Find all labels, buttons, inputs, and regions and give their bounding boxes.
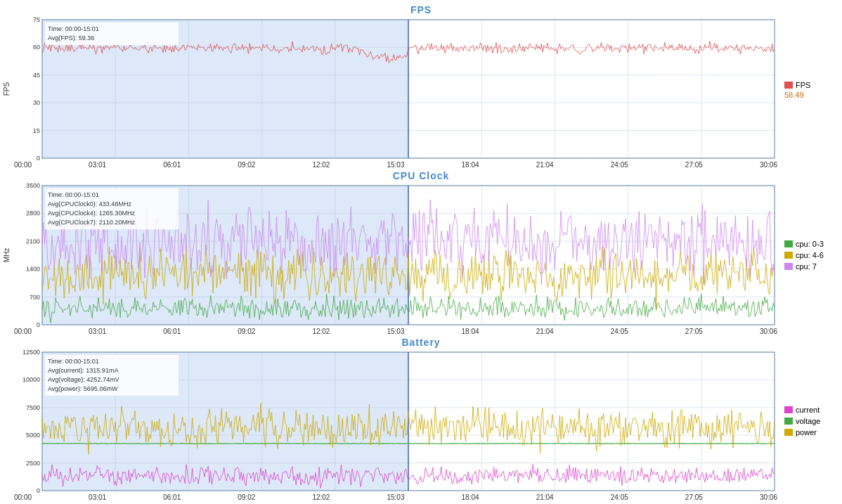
battery-chart-area: current voltage power	[0, 349, 842, 493]
fps-x-axis: 00:0003:0106:0109:0212:0215:0318:0421:04…	[13, 161, 779, 169]
battery-canvas-container	[13, 349, 779, 493]
battery-legend-item-1: voltage	[784, 417, 842, 425]
battery-x-axis: 00:0003:0106:0109:0212:0215:0318:0421:04…	[13, 493, 779, 501]
cpu-legend-item-2: cpu: 7	[784, 262, 842, 271]
cpu-x-axis: 00:0003:0106:0109:0212:0215:0318:0421:04…	[13, 328, 779, 335]
cpu-legend-item-0: cpu: 0-3	[784, 240, 842, 248]
cpu-section: CPU Clock MHz cpu: 0-3 cpu: 4-6 cpu: 7	[0, 169, 842, 335]
fps-legend-item: FPS	[784, 81, 842, 89]
cpu-canvas-container	[13, 183, 779, 327]
battery-legend-color-power	[784, 429, 793, 436]
cpu-legend-label-0: cpu: 0-3	[796, 240, 824, 248]
fps-legend-color	[784, 82, 793, 89]
cpu-title: CPU Clock	[0, 169, 842, 183]
battery-legend-item-0: current	[784, 406, 842, 414]
fps-x-labels: 00:0003:0106:0109:0212:0215:0318:0421:04…	[13, 161, 779, 169]
battery-canvas	[13, 349, 779, 493]
battery-legend: current voltage power	[779, 349, 842, 493]
battery-legend-color-voltage	[784, 418, 793, 425]
cpu-x-labels: 00:0003:0106:0109:0212:0215:0318:0421:04…	[13, 328, 779, 335]
battery-legend-label-voltage: voltage	[796, 417, 820, 425]
battery-legend-color-current	[784, 406, 793, 413]
fps-legend: FPS 58.49	[779, 17, 842, 161]
cpu-legend-item-1: cpu: 4-6	[784, 251, 842, 259]
battery-y-label	[0, 349, 13, 493]
cpu-canvas	[13, 183, 779, 327]
fps-title: FPS	[0, 3, 842, 17]
battery-legend-item-2: power	[784, 428, 842, 437]
cpu-legend-color-0	[784, 240, 793, 247]
battery-legend-label-power: power	[796, 428, 817, 437]
cpu-legend: cpu: 0-3 cpu: 4-6 cpu: 7	[779, 183, 842, 327]
cpu-legend-label-1: cpu: 4-6	[796, 251, 824, 259]
cpu-chart-area: MHz cpu: 0-3 cpu: 4-6 cpu: 7	[0, 183, 842, 327]
fps-legend-label: FPS	[796, 81, 810, 89]
battery-section: Battery current voltage power	[0, 335, 842, 501]
fps-section: FPS FPS FPS 58.49 00:0003:0106:0109:0212…	[0, 3, 842, 169]
cpu-legend-label-2: cpu: 7	[796, 262, 817, 271]
fps-y-label: FPS	[0, 17, 13, 161]
fps-canvas	[13, 17, 779, 161]
battery-title: Battery	[0, 335, 842, 349]
fps-canvas-container	[13, 17, 779, 161]
cpu-y-label: MHz	[0, 183, 13, 327]
cpu-legend-color-2	[784, 263, 793, 270]
battery-x-labels: 00:0003:0106:0109:0212:0215:0318:0421:04…	[13, 493, 779, 501]
charts-container: FPS FPS FPS 58.49 00:0003:0106:0109:0212…	[0, 0, 842, 504]
fps-legend-value: 58.49	[784, 91, 842, 99]
fps-chart-area: FPS FPS 58.49	[0, 17, 842, 161]
battery-legend-label-current: current	[796, 406, 820, 414]
cpu-legend-color-1	[784, 252, 793, 259]
